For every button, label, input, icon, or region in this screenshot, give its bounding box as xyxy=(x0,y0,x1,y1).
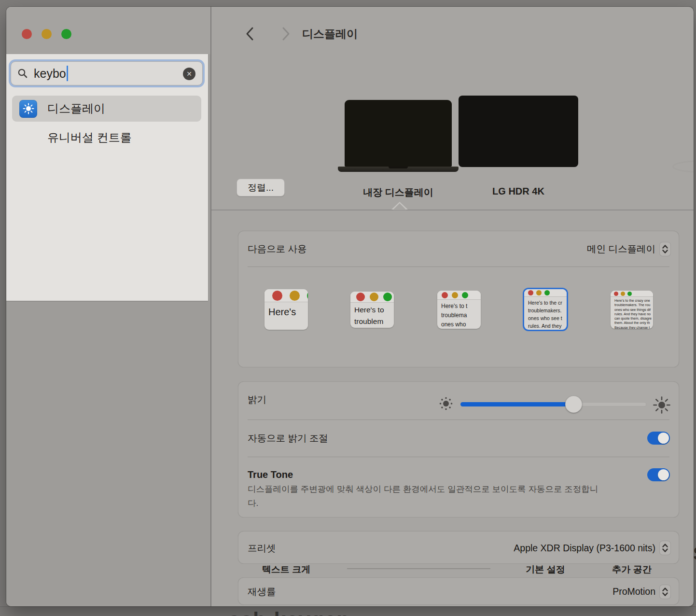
row-divider xyxy=(248,266,669,267)
desktop: S ssh-keygen keybo ✕ xyxy=(0,0,696,616)
chevron-down-icon xyxy=(662,250,668,253)
scaling-track-line xyxy=(347,568,490,569)
scaling-option-thumbnail[interactable]: Here's to ttroublemaones who xyxy=(437,291,481,329)
preset-row: 프리셋 Apple XDR Display (P3-1600 nits) xyxy=(238,532,679,564)
scaling-label-default: 기본 설정 xyxy=(502,563,589,576)
brightness-slider[interactable] xyxy=(460,402,646,406)
brightness-dim-icon xyxy=(438,396,454,411)
arrange-button[interactable]: 정렬... xyxy=(237,179,285,196)
mini-minimize-dot xyxy=(370,293,378,301)
wallpaper-image xyxy=(348,102,449,165)
forward-button[interactable] xyxy=(278,26,292,42)
true-tone-label: True Tone xyxy=(248,469,293,480)
mini-close-dot xyxy=(356,293,365,301)
toggle-knob xyxy=(658,433,669,444)
mini-text: Here's to ttroublemaones who xyxy=(437,300,481,329)
external-display-thumbnail[interactable] xyxy=(459,96,578,167)
mini-zoom-dot xyxy=(383,293,392,301)
mini-close-dot xyxy=(528,290,533,295)
external-display-label: LG HDR 4K xyxy=(446,186,591,197)
mini-text: Here's to the crtroublemakers.ones who s… xyxy=(524,297,567,330)
mini-close-dot xyxy=(614,292,618,296)
main-pane: 디스플레이 정렬... 내장 디스플레이 LG HDR 4K 다음으로 사용 메… xyxy=(211,7,694,606)
search-query-text: keybo xyxy=(34,67,66,81)
mini-close-dot xyxy=(442,292,448,298)
builtin-display-thumbnail[interactable] xyxy=(345,100,452,167)
mini-text: Here's to the crazy onetroublemakers. Th… xyxy=(611,297,653,329)
search-input[interactable]: keybo ✕ xyxy=(11,61,203,85)
monitor-stand xyxy=(672,160,694,173)
wallpaper-image xyxy=(462,99,575,164)
use-as-dropdown[interactable] xyxy=(659,242,671,256)
mini-minimize-dot xyxy=(621,292,625,296)
refresh-rate-dropdown[interactable] xyxy=(659,585,671,599)
mini-titlebar xyxy=(611,291,653,297)
search-icon xyxy=(17,68,28,79)
window-controls xyxy=(22,29,71,39)
scaling-label-more-space: 추가 공간 xyxy=(588,563,675,576)
scaling-label-larger-text: 텍스트 크게 xyxy=(243,563,330,576)
background-partial-text: ssh-keygen xyxy=(228,608,350,616)
search-results-panel: keybo ✕ 디스플레이 유니버설 컨트롤 xyxy=(6,54,208,301)
search-result-label: 유니버설 컨트롤 xyxy=(47,130,132,145)
mini-titlebar xyxy=(350,292,394,303)
preset-label: 프리셋 xyxy=(248,542,276,555)
mini-zoom-dot xyxy=(307,291,308,301)
chevron-up-icon xyxy=(662,544,668,547)
chevron-up-icon xyxy=(662,588,668,591)
chevron-down-icon xyxy=(662,548,668,552)
section-divider xyxy=(211,210,694,210)
display-settings-icon xyxy=(19,100,37,118)
mini-zoom-dot xyxy=(462,292,468,298)
mini-minimize-dot xyxy=(290,291,300,301)
close-window-button[interactable] xyxy=(22,29,32,39)
refresh-rate-card: 재생률 ProMotion xyxy=(238,577,679,605)
sidebar: keybo ✕ 디스플레이 유니버설 컨트롤 xyxy=(6,7,210,606)
use-as-row: 다음으로 사용 메인 디스플레이 xyxy=(238,231,679,266)
refresh-rate-label: 재생률 xyxy=(248,585,276,598)
system-settings-window: keybo ✕ 디스플레이 유니버설 컨트롤 디스플레이 xyxy=(6,7,694,606)
auto-brightness-toggle[interactable] xyxy=(647,432,670,445)
brightness-row: 밝기 xyxy=(238,382,679,417)
mini-titlebar xyxy=(437,291,481,300)
chevron-up-icon xyxy=(662,245,668,249)
zoom-window-button[interactable] xyxy=(61,29,71,39)
preset-dropdown[interactable] xyxy=(659,541,671,555)
preset-value: Apple XDR Display (P3-1600 nits) xyxy=(514,543,655,554)
auto-brightness-row: 자동으로 밝기 조절 xyxy=(238,420,679,457)
preset-card: 프리셋 Apple XDR Display (P3-1600 nits) xyxy=(238,531,679,564)
refresh-rate-value: ProMotion xyxy=(612,586,655,597)
search-result-label: 디스플레이 xyxy=(47,101,105,116)
toggle-knob xyxy=(658,469,669,480)
scaling-option-thumbnail[interactable]: Here's to the crazy onetroublemakers. Th… xyxy=(611,291,653,329)
mini-text: Here's totroublem xyxy=(350,303,394,327)
page-title: 디스플레이 xyxy=(302,27,358,42)
auto-brightness-label: 자동으로 밝기 조절 xyxy=(248,432,328,445)
sidebar-titlebar[interactable] xyxy=(6,7,210,54)
brightness-knob[interactable] xyxy=(565,396,582,413)
chevron-down-icon xyxy=(662,592,668,596)
brightness-label: 밝기 xyxy=(248,393,266,406)
refresh-rate-row: 재생률 ProMotion xyxy=(238,578,679,605)
back-button[interactable] xyxy=(243,26,258,42)
background-window-behind: ssh-keygen xyxy=(0,606,696,616)
clear-search-icon[interactable]: ✕ xyxy=(183,68,195,80)
scaling-option-thumbnail[interactable]: Here's xyxy=(264,289,308,330)
minimize-window-button[interactable] xyxy=(42,29,52,39)
mini-titlebar xyxy=(524,289,567,297)
mini-minimize-dot xyxy=(536,290,542,295)
search-result-universal-control[interactable]: 유니버설 컨트롤 xyxy=(12,125,201,151)
brightness-fill xyxy=(460,402,574,406)
mini-close-dot xyxy=(272,291,282,301)
true-tone-toggle[interactable] xyxy=(647,468,670,481)
mini-minimize-dot xyxy=(452,292,458,298)
scaling-option-thumbnail[interactable]: Here's to the crtroublemakers.ones who s… xyxy=(524,289,567,330)
use-as-value: 메인 디스플레이 xyxy=(587,242,655,255)
mini-titlebar xyxy=(264,289,308,302)
scaling-option-thumbnail[interactable]: Here's totroublem xyxy=(350,292,394,328)
selected-display-pointer-fill xyxy=(393,203,406,210)
resolution-settings-card: 다음으로 사용 메인 디스플레이 Here's xyxy=(238,231,679,367)
text-cursor xyxy=(67,66,68,81)
mini-text: Here's xyxy=(264,302,308,320)
search-result-display[interactable]: 디스플레이 xyxy=(12,96,201,122)
